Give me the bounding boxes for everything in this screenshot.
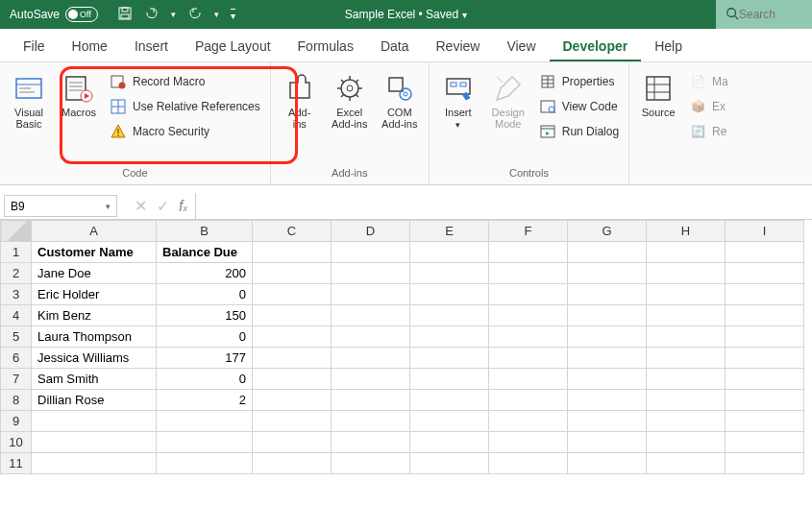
tab-formulas[interactable]: Formulas [284, 31, 367, 61]
cell-E5[interactable] [410, 326, 489, 348]
row-header-6[interactable]: 6 [1, 348, 32, 369]
column-header-F[interactable]: F [489, 221, 568, 242]
cell-G8[interactable] [568, 390, 647, 411]
cell-F2[interactable] [489, 263, 568, 284]
visual-basic-button[interactable]: Visual Basic [6, 66, 52, 130]
cell-E10[interactable] [410, 432, 489, 453]
cell-E3[interactable] [410, 284, 489, 305]
cell-H9[interactable] [647, 411, 726, 432]
formula-input[interactable] [195, 193, 812, 219]
cell-E11[interactable] [410, 453, 489, 474]
cell-I10[interactable] [726, 432, 804, 453]
source-button[interactable]: Source [635, 66, 681, 118]
cell-H3[interactable] [647, 284, 726, 305]
cell-I11[interactable] [726, 453, 804, 474]
cell-B10[interactable] [157, 432, 253, 453]
cell-G2[interactable] [568, 263, 647, 284]
cell-E8[interactable] [410, 390, 489, 411]
cell-F5[interactable] [489, 326, 568, 348]
cell-F4[interactable] [489, 305, 568, 326]
cell-I1[interactable] [726, 242, 804, 263]
search-box[interactable] [716, 0, 812, 29]
cell-H1[interactable] [647, 242, 726, 263]
cell-A7[interactable]: Sam Smith [32, 369, 157, 390]
cell-H4[interactable] [647, 305, 726, 326]
row-header-9[interactable]: 9 [1, 411, 32, 432]
properties-button[interactable]: Properties [535, 70, 623, 93]
record-macro-button[interactable]: Record Macro [106, 70, 264, 93]
cell-A4[interactable]: Kim Benz [32, 305, 157, 326]
cell-I5[interactable] [726, 326, 804, 348]
undo-icon[interactable] [144, 6, 160, 24]
cell-D7[interactable] [332, 369, 410, 390]
cell-F8[interactable] [489, 390, 568, 411]
row-header-5[interactable]: 5 [1, 326, 32, 348]
worksheet-grid[interactable]: ABCDEFGHI 1Customer NameBalance Due2Jane… [0, 220, 812, 474]
row-header-10[interactable]: 10 [1, 432, 32, 453]
row-header-2[interactable]: 2 [1, 263, 32, 284]
cell-E1[interactable] [410, 242, 489, 263]
autosave-switch[interactable]: Off [65, 7, 98, 22]
cell-E7[interactable] [410, 369, 489, 390]
cell-A3[interactable]: Eric Holder [32, 284, 157, 305]
tab-data[interactable]: Data [367, 31, 423, 61]
autosave-toggle[interactable]: AutoSave Off [0, 7, 108, 22]
cell-B4[interactable]: 150 [157, 305, 253, 326]
row-header-1[interactable]: 1 [1, 242, 32, 263]
cell-B6[interactable]: 177 [157, 348, 253, 369]
enter-formula-icon[interactable]: ✓ [157, 197, 169, 215]
map-properties-button[interactable]: 📄 Ma [685, 70, 732, 93]
document-title[interactable]: Sample Excel • Saved ▾ [345, 8, 467, 21]
row-header-7[interactable]: 7 [1, 369, 32, 390]
cell-D8[interactable] [332, 390, 410, 411]
cell-F10[interactable] [489, 432, 568, 453]
cell-D9[interactable] [332, 411, 410, 432]
tab-view[interactable]: View [493, 31, 549, 61]
cell-G1[interactable] [568, 242, 647, 263]
view-code-button[interactable]: View Code [535, 95, 623, 118]
chevron-down-icon[interactable]: ▾ [106, 202, 111, 211]
cell-B11[interactable] [157, 453, 253, 474]
cell-H10[interactable] [647, 432, 726, 453]
cell-C11[interactable] [253, 453, 332, 474]
cell-B5[interactable]: 0 [157, 326, 253, 348]
tab-help[interactable]: Help [641, 31, 696, 61]
cell-G3[interactable] [568, 284, 647, 305]
cell-C8[interactable] [253, 390, 332, 411]
row-header-11[interactable]: 11 [1, 453, 32, 474]
cell-I8[interactable] [726, 390, 804, 411]
cell-C7[interactable] [253, 369, 332, 390]
search-input[interactable] [739, 8, 797, 21]
tab-file[interactable]: File [10, 31, 59, 61]
redo-dropdown-icon[interactable]: ▾ [214, 10, 219, 19]
macro-security-button[interactable]: Macro Security [106, 120, 264, 143]
cell-I6[interactable] [726, 348, 804, 369]
cell-F6[interactable] [489, 348, 568, 369]
cell-I9[interactable] [726, 411, 804, 432]
cell-E4[interactable] [410, 305, 489, 326]
cell-I7[interactable] [726, 369, 804, 390]
cell-C3[interactable] [253, 284, 332, 305]
column-header-B[interactable]: B [157, 221, 253, 242]
cell-F3[interactable] [489, 284, 568, 305]
column-header-H[interactable]: H [647, 221, 726, 242]
save-icon[interactable] [117, 6, 133, 24]
cell-E6[interactable] [410, 348, 489, 369]
cell-C5[interactable] [253, 326, 332, 348]
cell-E9[interactable] [410, 411, 489, 432]
cell-B9[interactable] [157, 411, 253, 432]
row-header-3[interactable]: 3 [1, 284, 32, 305]
cell-G9[interactable] [568, 411, 647, 432]
macros-button[interactable]: Macros [56, 66, 102, 118]
cell-A1[interactable]: Customer Name [32, 242, 157, 263]
cell-F9[interactable] [489, 411, 568, 432]
redo-icon[interactable] [187, 6, 203, 24]
cell-B2[interactable]: 200 [157, 263, 253, 284]
cell-G4[interactable] [568, 305, 647, 326]
cell-C2[interactable] [253, 263, 332, 284]
com-addins-button[interactable]: COM Add-ins [377, 66, 423, 130]
name-box[interactable]: B9 ▾ [4, 195, 117, 217]
column-header-I[interactable]: I [726, 221, 804, 242]
fx-icon[interactable]: fx [179, 198, 187, 215]
cell-D10[interactable] [332, 432, 410, 453]
